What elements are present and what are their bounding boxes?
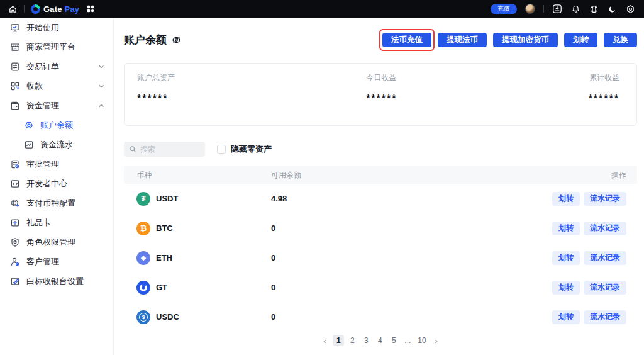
settings-gear-icon[interactable] [625,4,635,14]
sidebar-item-approval[interactable]: 审批管理 [0,154,113,174]
row-transfer-button[interactable]: 划转 [552,222,580,235]
row-transfer-button[interactable]: 划转 [552,251,580,265]
exchange-button[interactable]: 兑换 [604,33,637,47]
gate-pay-logo[interactable]: Gate Pay [31,4,79,14]
pagination-prev[interactable]: ‹ [319,335,330,346]
total-profit-label: 累计收益 [589,72,619,83]
usdc-coin-icon: $ [136,310,150,324]
transfer-button[interactable]: 划转 [564,33,597,47]
row-records-button[interactable]: 流水记录 [584,251,626,265]
search-icon [129,145,136,153]
globe-icon[interactable] [589,4,599,14]
fiat-withdraw-button[interactable]: 提现法币 [438,33,487,47]
chevron-down-icon [98,83,104,89]
fiat-deposit-button[interactable]: 法币充值 [382,33,431,47]
row-records-button[interactable]: 流水记录 [584,281,626,295]
col-available: 可用余额 [271,170,611,181]
sidebar-item-orders[interactable]: 交易订单 [0,57,113,76]
col-actions: 操作 [611,170,626,181]
divider [24,5,25,13]
dark-mode-moon-icon[interactable] [607,4,617,14]
sidebar-item-merchant[interactable]: 商家管理平台 [0,37,113,57]
sidebar-item-developer[interactable]: 开发者中心 [0,174,113,193]
flow-chart-icon [24,140,34,150]
sidebar-item-label: 资金流水 [40,139,73,150]
sidebar-item-flow[interactable]: 资金流水 [0,135,113,154]
avatar[interactable] [525,4,535,14]
pagination-page-10[interactable]: 10 [416,335,428,346]
sidebar-item-whitelabel[interactable]: 白标收银台设置 [0,271,113,291]
coin-symbol: USDT [156,194,178,203]
sidebar-item-collect[interactable]: 收款 [0,76,113,96]
gt-coin-icon [136,281,150,295]
hide-zero-assets-toggle[interactable]: 隐藏零资产 [217,144,272,155]
deposit-button[interactable]: 充值 [491,4,517,14]
sidebar-item-funds[interactable]: 资金管理 [0,96,113,115]
page-title: 账户余额 [124,33,181,47]
main-content: 账户余额 法币充值 提现法币 提现加密货币 划转 兑换 账 [114,18,644,355]
btc-coin-icon: ₿ [136,222,150,235]
row-transfer-button[interactable]: 划转 [552,192,580,206]
sidebar-item-label: 收款 [26,81,43,92]
today-profit-label: 今日收益 [366,72,397,83]
chevron-down-icon [98,64,104,70]
sidebar-item-currency-config[interactable]: 支付币种配置 [0,193,113,213]
bell-icon[interactable] [570,4,580,14]
person-icon [10,257,20,267]
top-navbar: Gate Pay 充值 [0,0,644,18]
pagination-next[interactable]: › [431,335,442,346]
total-profit-value: ****** [589,93,619,104]
row-transfer-button[interactable]: 划转 [552,310,580,324]
pagination-page-1[interactable]: 1 [333,335,344,346]
hide-zero-checkbox[interactable] [217,145,226,154]
sidebar-item-label: 礼品卡 [26,217,51,228]
code-icon [10,179,20,189]
sidebar-item-label: 白标收银台设置 [26,276,84,287]
row-records-button[interactable]: 流水记录 [584,310,626,324]
sidebar-item-label: 角色权限管理 [26,237,75,248]
sidebar-item-label: 支付币种配置 [26,198,75,209]
table-row: ◆ ETH 0 划转 流水记录 [124,243,637,273]
sidebar-item-giftcard[interactable]: 礼品卡 [0,213,113,232]
eye-slash-icon[interactable] [172,35,181,45]
table-header: 币种 可用余额 操作 [124,166,637,184]
table-row: GT 0 划转 流水记录 [124,273,637,302]
download-icon[interactable] [552,4,562,14]
search-input[interactable] [140,145,197,154]
summary-card: 账户总资产 ****** 今日收益 ****** 累计收益 ****** [124,63,637,126]
shield-icon [10,237,20,247]
row-transfer-button[interactable]: 划转 [552,281,580,295]
crypto-withdraw-button[interactable]: 提现加密货币 [493,33,558,47]
sidebar: 开始使用 商家管理平台 交易订单 收款 资金管理 账户余额 资金流水 [0,18,114,355]
row-records-button[interactable]: 流水记录 [584,192,626,206]
today-profit-value: ****** [366,93,397,104]
approval-doc-gear-icon [10,159,20,169]
pagination-page-4[interactable]: 4 [374,335,386,346]
coin-symbol: ETH [156,253,172,262]
pagination: ‹ 1 2 3 4 5 ... 10 › [124,335,637,346]
sidebar-item-label: 客户管理 [26,256,59,268]
pagination-page-5[interactable]: 5 [388,335,399,346]
search-input-wrapper [124,142,205,157]
sidebar-item-label: 开始使用 [26,22,59,33]
home-icon[interactable] [8,4,18,14]
apps-grid-icon[interactable] [86,4,96,14]
coin-balance: 0 [271,312,552,322]
brand-text: Gate Pay [43,4,79,14]
monitor-icon [10,23,20,33]
sidebar-item-start[interactable]: 开始使用 [0,18,113,37]
store-icon [10,42,20,52]
table-row: ₿ BTC 0 划转 流水记录 [124,213,637,243]
sidebar-item-balance[interactable]: 账户余额 [0,115,113,135]
row-records-button[interactable]: 流水记录 [584,222,626,235]
sidebar-item-customers[interactable]: 客户管理 [0,252,113,271]
wallet-icon [10,101,20,111]
chevron-up-icon [98,103,104,109]
coin-config-icon [10,198,20,208]
total-assets-label: 账户总资产 [137,72,175,83]
pagination-page-3[interactable]: 3 [360,335,372,346]
coin-balance: 4.98 [271,194,552,203]
sidebar-item-label: 开发者中心 [26,178,67,189]
pagination-page-2[interactable]: 2 [347,335,358,346]
sidebar-item-roles[interactable]: 角色权限管理 [0,232,113,252]
